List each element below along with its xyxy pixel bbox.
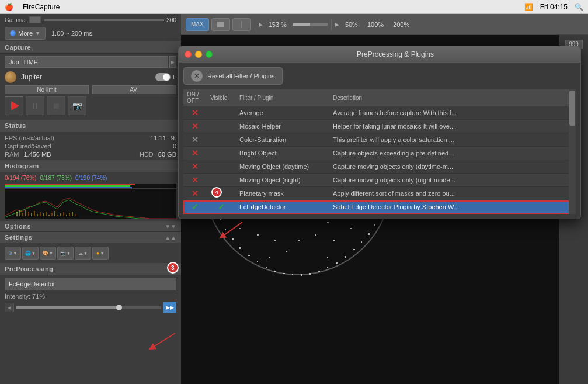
x-mark-icon: ✕ [192, 108, 199, 117]
ram-value: 1.456 MB [23, 151, 137, 158]
svg-rect-117 [286, 251, 287, 252]
plugin-vis-8[interactable]: ✓ [207, 200, 236, 214]
intensity-fill [16, 306, 119, 309]
reset-button[interactable]: ✕ Reset all Filter / Plugins [183, 67, 283, 85]
time-display: Fri 04:15 [540, 3, 568, 11]
hist-green-value: 0/187 (73%) [40, 175, 71, 181]
table-row[interactable]: ✕ Average Average frames before capture … [183, 106, 576, 120]
plugin-on-6[interactable]: ✕ [183, 174, 207, 187]
settings-btn-4[interactable]: 📷▼ [57, 247, 74, 260]
options-section[interactable]: Options ▼▼ [0, 221, 181, 232]
view-btn-2[interactable] [232, 18, 251, 31]
settings-btn-6[interactable]: ●▼ [92, 247, 109, 260]
toggle-l[interactable]: L [155, 73, 176, 81]
view-btn-1[interactable] [211, 18, 230, 31]
toggle-label: L [173, 74, 176, 81]
plugin-desc-3: This prefilter will apply a color satura… [329, 133, 576, 147]
intensity-slider[interactable] [16, 306, 161, 309]
settings-btn-2[interactable]: 🌐▼ [22, 247, 39, 260]
table-row[interactable]: ✕ Color-Saturation This prefilter will a… [183, 133, 576, 147]
zoom-slider[interactable] [293, 23, 328, 26]
svg-rect-73 [257, 261, 258, 262]
toggle-circle[interactable] [155, 73, 171, 81]
fps-row: FPS (max/actual) 11.11 9. [5, 134, 176, 141]
plugin-on-3[interactable]: ✕ [183, 133, 207, 147]
main-toolbar: MAX ▶ 153 % ▶ 50% 100% 200% [181, 14, 588, 35]
snap-button[interactable]: 📷 [68, 96, 86, 115]
pause-button[interactable]: ⏸ [26, 96, 44, 115]
svg-rect-104 [257, 234, 259, 236]
more-button[interactable]: More ▼ [5, 27, 46, 40]
plugin-on-8[interactable]: ✓ [183, 200, 207, 214]
pause-icon: ⏸ [31, 101, 39, 110]
exposure-value: 1.00 ~ 200 ms [51, 30, 92, 37]
settings-btn-5[interactable]: ☁▼ [75, 247, 91, 260]
stop-icon: ⏹ [52, 101, 60, 110]
svg-rect-75 [239, 247, 241, 249]
scrollbar[interactable] [569, 89, 576, 214]
play-icon [11, 101, 19, 110]
close-button[interactable] [185, 51, 192, 58]
gamma-checkbox[interactable] [29, 16, 41, 23]
apple-menu[interactable]: 🍎 [5, 3, 13, 11]
fast-forward-button[interactable]: ▶▶ [163, 302, 176, 313]
svg-rect-0 [5, 189, 176, 219]
plugin-on-1[interactable]: ✕ [183, 106, 207, 120]
minimize-button[interactable] [195, 51, 202, 58]
table-row[interactable]: ✕ Mosaic-Helper Helper for taking lunar … [183, 120, 576, 133]
svg-rect-6 [31, 213, 32, 216]
play-button[interactable] [5, 96, 23, 115]
capture-expand[interactable]: ▶ [169, 56, 176, 68]
app-name-menu[interactable]: FireCapture [23, 3, 60, 11]
plugin-vis-1[interactable] [207, 106, 236, 120]
settings-btn-3[interactable]: 🎨▼ [40, 247, 56, 260]
more-arrow: ▼ [35, 30, 40, 36]
settings-btn-1[interactable]: ⚙▼ [5, 247, 21, 260]
plugin-vis-6[interactable] [207, 174, 236, 187]
table-row[interactable]: ✕ Moving Object (night) Capture moving o… [183, 174, 576, 187]
table-row[interactable]: ✕ Bright Object Capture objects exceedin… [183, 147, 576, 160]
svg-rect-60 [368, 233, 370, 235]
plugin-vis-2[interactable] [207, 120, 236, 133]
table-row[interactable]: ✕ Moving Object (daytime) Capture moving… [183, 160, 576, 174]
svg-rect-66 [318, 271, 320, 272]
avi-button[interactable]: AVI [92, 85, 176, 94]
intensity-left-btn[interactable]: ◀ [5, 303, 14, 312]
plugin-on-7[interactable]: ✕ [183, 187, 207, 200]
check-mark-icon-2: ✓ [218, 202, 225, 212]
limit-row: No limit AVI [5, 85, 176, 94]
badge-4: 4 [211, 187, 222, 198]
plugin-vis-7[interactable]: 4 [207, 187, 236, 200]
table-row-selected[interactable]: ✓ ✓ FcEdgeDetector Sobel Edge Detector P… [183, 200, 576, 214]
plugin-on-2[interactable]: ✕ [183, 120, 207, 133]
svg-rect-71 [274, 271, 276, 272]
max-button[interactable]: MAX [186, 18, 209, 31]
menu-bar: 🍎 FireCapture 📶 Fri 04:15 🔍 [0, 0, 588, 14]
wifi-icon: 📶 [524, 3, 533, 11]
plugin-desc-2: Helper for taking lunar mosaics It will … [329, 120, 576, 133]
intensity-slider-row: ◀ ▶▶ [5, 302, 176, 313]
gamma-slider[interactable] [44, 19, 165, 21]
scrollbar-thumb[interactable] [569, 91, 575, 126]
plugin-vis-4[interactable] [207, 147, 236, 160]
settings-section[interactable]: Settings ▲▲ [0, 232, 181, 243]
stop-button[interactable]: ⏹ [47, 96, 65, 115]
options-arrow: ▼▼ [165, 223, 176, 230]
no-limit-button[interactable]: No limit [5, 85, 89, 94]
svg-rect-114 [269, 257, 270, 258]
settings-label: Settings [5, 234, 32, 241]
settings-icons-row: ⚙▼ 🌐▼ 🎨▼ 📷▼ ☁▼ ●▼ [0, 243, 181, 263]
maximize-button[interactable] [206, 51, 213, 58]
search-icon[interactable]: 🔍 [575, 3, 583, 11]
dialog-titlebar: PreProcessing & Plugins [179, 46, 580, 63]
ram-row: RAM 1.456 MB HDD 80 GB [5, 151, 176, 158]
plugin-on-5[interactable]: ✕ [183, 160, 207, 174]
table-row[interactable]: ✕ 4 Planetary mask Apply different sort … [183, 187, 576, 200]
svg-rect-100 [327, 222, 329, 223]
plugin-vis-5[interactable] [207, 160, 236, 174]
plugin-vis-3[interactable] [207, 133, 236, 147]
capture-name-input[interactable] [5, 56, 168, 68]
x-mark-icon: ✕ [192, 148, 199, 158]
histogram-canvas [5, 189, 176, 219]
plugin-on-4[interactable]: ✕ [183, 147, 207, 160]
